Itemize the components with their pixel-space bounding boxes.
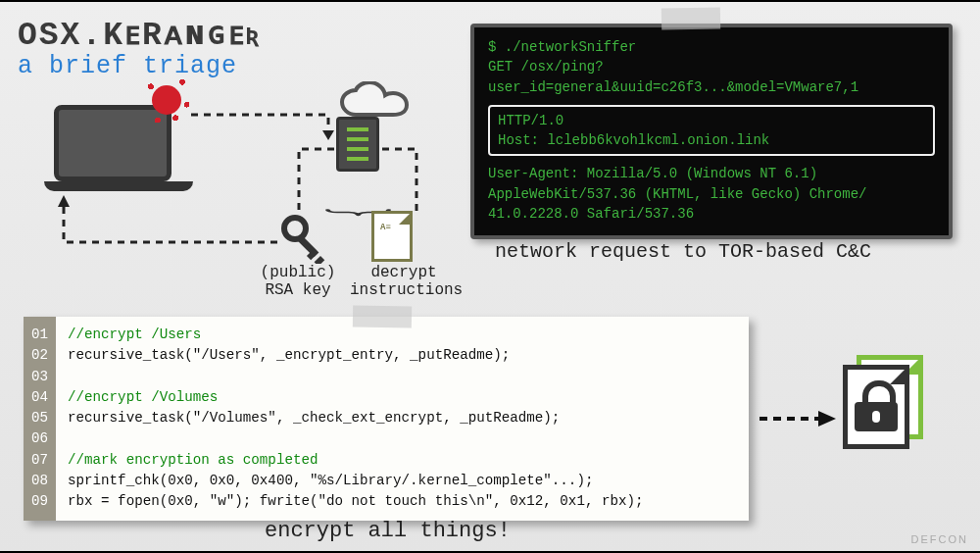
caption-network: network request to TOR-based C&C [495, 240, 871, 263]
terminal-panel: $ ./networkSniffer GET /osx/ping? user_i… [470, 24, 953, 239]
svg-marker-7 [818, 411, 836, 427]
terminal-line: User-Agent: Mozilla/5.0 (Windows NT 6.1) [488, 164, 935, 183]
document-text-icon: A≡ [380, 222, 404, 234]
svg-point-2 [284, 218, 306, 239]
code-gutter: 01 02 03 04 05 06 07 08 09 [24, 317, 56, 521]
svg-marker-1 [58, 195, 70, 207]
caption-encrypt: encrypt all things! [265, 519, 511, 543]
code-body: //encrypt /Users recursive_task("/Users"… [56, 317, 749, 521]
terminal-line: user_id=general&uuid=c26f3...&model=VMwa… [488, 77, 935, 97]
terminal-line: 41.0.2228.0 Safari/537.36 [488, 204, 935, 224]
doc-label: decrypt instructions [350, 264, 458, 299]
terminal-highlight-box: HTTP/1.0 Host: lclebb6kvohlkcml.onion.li… [488, 105, 935, 157]
key-label: (public) RSA key [244, 264, 352, 299]
flow-diagram: ⏟ A≡ (public) RSA key decrypt instructio… [44, 95, 436, 301]
code-panel: 01 02 03 04 05 06 07 08 09 //encrypt /Us… [24, 317, 749, 521]
tape-decoration-top [662, 7, 720, 29]
key-icon [279, 213, 330, 264]
terminal-line: Host: lclebb6kvohlkcml.onion.link [498, 130, 925, 150]
title-sub: a brief triage [18, 52, 261, 80]
terminal-line: AppleWebKit/537.36 (KHTML, like Gecko) C… [488, 184, 935, 204]
svg-marker-0 [322, 130, 334, 140]
document-icon: A≡ [371, 211, 413, 262]
terminal-line: HTTP/1.0 [498, 111, 925, 130]
arrow-right-icon [760, 409, 838, 428]
terminal-line: $ ./networkSniffer [488, 37, 935, 57]
terminal-line: GET /osx/ping? [488, 57, 935, 76]
svg-rect-5 [315, 256, 325, 264]
slide-title-block: OSX.KᴇRᴀɴɢᴇʀ a brief triage [18, 14, 261, 80]
padlock-icon [855, 402, 898, 431]
watermark: DEFCON [911, 533, 968, 545]
brace-icon: ⏟ [222, 181, 493, 219]
title-main: OSX.KᴇRᴀɴɢᴇʀ [18, 14, 261, 54]
tape-decoration-code [353, 305, 412, 327]
server-icon [336, 117, 379, 172]
